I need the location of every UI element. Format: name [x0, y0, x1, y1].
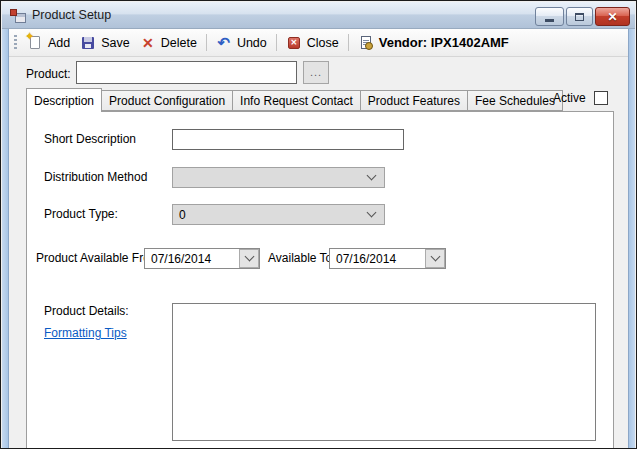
toolbar-separator [206, 34, 207, 51]
window-frame-right [628, 29, 635, 448]
chevron-down-icon [367, 171, 377, 181]
formatting-tips-link[interactable]: Formatting Tips [44, 326, 127, 340]
tab-fee-schedules[interactable]: Fee Schedules [468, 90, 563, 111]
tab-strip: Description Product Configuration Info R… [26, 88, 563, 111]
product-type-value: 0 [179, 208, 186, 222]
close-box-icon: ✕ [286, 35, 302, 51]
product-input[interactable] [76, 61, 297, 84]
close-form-button[interactable]: ✕ Close [281, 32, 344, 54]
tab-product-features[interactable]: Product Features [361, 90, 468, 111]
maximize-icon [575, 13, 584, 21]
minimize-icon [545, 19, 554, 22]
active-label: Active [553, 91, 586, 105]
delete-x-icon: ✕ [140, 35, 156, 51]
short-description-input[interactable] [172, 129, 404, 150]
product-details-textarea[interactable] [172, 303, 596, 441]
available-to-datepicker[interactable]: 07/16/2014 [329, 248, 446, 269]
available-to-label: Available To: [268, 251, 336, 265]
window-title: Product Setup [32, 8, 111, 22]
available-from-datepicker[interactable]: 07/16/2014 [144, 248, 260, 269]
close-button[interactable]: ✕ [595, 7, 630, 26]
distribution-method-dropdown[interactable] [172, 167, 385, 188]
product-label: Product: [26, 67, 71, 81]
vendor-label: Vendor: IPX1402AMF [379, 35, 509, 50]
toolbar-separator [348, 34, 349, 51]
add-document-icon: ✦ [27, 35, 43, 51]
available-from-dropdown-button[interactable] [239, 249, 259, 268]
close-icon: ✕ [607, 11, 617, 23]
chevron-down-icon [430, 252, 440, 262]
vendor-document-icon [358, 35, 374, 51]
form-icon [10, 8, 26, 23]
tab-info-request-contact[interactable]: Info Request Contact [233, 90, 361, 111]
tab-description[interactable]: Description [26, 88, 102, 112]
client-area: ✦ Add Save ✕ Delete ↶ Undo ✕ Close [9, 29, 628, 448]
vendor-status: Vendor: IPX1402AMF [353, 32, 514, 54]
toolbar-grip[interactable] [14, 35, 17, 50]
add-button[interactable]: ✦ Add [22, 32, 75, 54]
browse-button[interactable]: ... [303, 61, 329, 84]
product-details-label: Product Details: [44, 304, 129, 318]
undo-button[interactable]: ↶ Undo [211, 32, 272, 53]
available-from-value: 07/16/2014 [145, 252, 211, 266]
caption-buttons: ✕ [535, 7, 630, 26]
window-frame-left [2, 29, 9, 448]
undo-arrow-icon: ↶ [216, 35, 232, 50]
available-to-value: 07/16/2014 [330, 252, 396, 266]
maximize-button[interactable] [566, 7, 593, 26]
product-type-dropdown[interactable]: 0 [172, 204, 385, 225]
toolbar-separator [276, 34, 277, 51]
short-description-label: Short Description [44, 132, 136, 146]
chevron-down-icon [367, 208, 377, 218]
minimize-button[interactable] [535, 7, 564, 26]
toolbar: ✦ Add Save ✕ Delete ↶ Undo ✕ Close [9, 29, 628, 57]
title-bar[interactable]: Product Setup ✕ [2, 2, 635, 29]
product-setup-window: Product Setup ✕ ✦ Add Save ✕ Delete [0, 0, 637, 449]
active-checkbox[interactable] [594, 91, 608, 105]
chevron-down-icon [244, 252, 254, 262]
product-type-label: Product Type: [44, 207, 118, 221]
save-floppy-icon [80, 35, 96, 51]
tab-product-configuration[interactable]: Product Configuration [102, 90, 233, 111]
description-tab-panel: Short Description Distribution Method Pr… [26, 111, 614, 448]
available-to-dropdown-button[interactable] [425, 249, 445, 268]
save-button[interactable]: Save [75, 32, 135, 54]
active-checkbox-group: Active [553, 91, 608, 105]
delete-button[interactable]: ✕ Delete [135, 32, 202, 54]
distribution-method-label: Distribution Method [44, 170, 147, 184]
